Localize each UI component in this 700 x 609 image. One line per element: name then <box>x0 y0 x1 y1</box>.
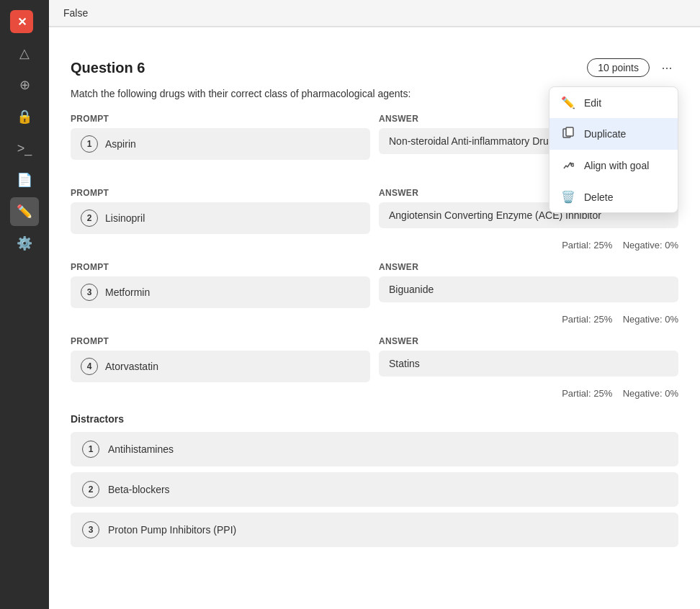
sidebar-icon-code[interactable]: >_ <box>10 134 39 163</box>
partial-4: Partial: 25% <box>562 388 612 399</box>
item-number-2: 2 <box>81 209 98 227</box>
item-number-1: 1 <box>81 135 98 153</box>
question-title: Question 6 <box>71 60 145 76</box>
distractors-title: Distractors <box>71 413 678 425</box>
distractor-text-1: Antihistamines <box>108 443 174 455</box>
prompt-col-4: Prompt 4 Atorvastatin <box>71 336 370 382</box>
partial-row-2: Partial: 25% Negative: 0% <box>71 240 678 251</box>
answer-item-4: Statins <box>379 351 678 376</box>
distractor-number-1: 1 <box>82 441 99 458</box>
edit-label: Edit <box>584 97 601 109</box>
align-goal-label: Align with goal <box>584 160 649 171</box>
sidebar: ≡ △ ⊕ 🔒 >_ 📄 ✏️ ⚙️ <box>0 0 49 609</box>
distractor-text-2: Beta-blockers <box>108 484 170 495</box>
answer-label-3: Answer <box>379 262 678 272</box>
dropdown-align-goal[interactable]: Align with goal <box>549 150 678 181</box>
dropdown-edit[interactable]: ✏️ Edit <box>549 87 678 118</box>
prompt-item-4: 4 Atorvastatin <box>71 351 370 382</box>
distractor-item-2: 2 Beta-blockers <box>71 472 678 507</box>
prompt-item-1: 1 Aspirin <box>71 128 370 160</box>
prompt-item-2: 2 Lisinopril <box>71 202 370 234</box>
match-pair-4: Prompt 4 Atorvastatin Answer Statins <box>71 336 678 382</box>
duplicate-icon <box>561 127 575 141</box>
prompt-text-2: Lisinopril <box>105 212 145 224</box>
sidebar-icon-doc[interactable]: 📄 <box>10 166 39 194</box>
prompt-col-1: Prompt 1 Aspirin <box>71 114 370 160</box>
item-number-3: 3 <box>81 284 98 301</box>
dropdown-duplicate[interactable]: Duplicate <box>549 118 678 150</box>
dropdown-delete[interactable]: 🗑️ Delete <box>549 181 678 212</box>
false-value-bar: False <box>49 0 700 27</box>
distractor-item-3: 3 Proton Pump Inhibitors (PPI) <box>71 513 678 547</box>
prompt-text-4: Atorvastatin <box>105 361 158 372</box>
answer-col-3: Answer Biguanide <box>379 262 678 308</box>
partial-2: Partial: 25% <box>562 240 612 251</box>
negative-2: Negative: 0% <box>623 240 678 251</box>
answer-item-3: Biguanide <box>379 276 678 302</box>
distractor-text-3: Proton Pump Inhibitors (PPI) <box>108 524 236 536</box>
prompt-col-2: Prompt 2 Lisinopril <box>71 188 370 234</box>
sidebar-icon-lock[interactable]: 🔒 <box>10 102 39 131</box>
answer-col-4: Answer Statins <box>379 336 678 382</box>
partial-row-3: Partial: 25% Negative: 0% <box>71 314 678 325</box>
more-options-button[interactable]: ··· <box>655 56 678 79</box>
sidebar-icon-triangle[interactable]: △ <box>10 39 39 68</box>
false-value-text: False <box>63 7 88 19</box>
align-goal-icon <box>561 158 575 173</box>
close-button[interactable]: ✕ <box>10 10 33 33</box>
question-header: Question 6 10 points ··· <box>71 56 678 79</box>
answer-text-3: Biguanide <box>389 284 434 295</box>
item-number-4: 4 <box>81 358 98 375</box>
negative-3: Negative: 0% <box>623 314 678 325</box>
prompt-text-1: Aspirin <box>105 138 136 150</box>
prompt-label-4: Prompt <box>71 336 370 346</box>
duplicate-label: Duplicate <box>584 128 626 140</box>
distractors-section: Distractors 1 Antihistamines 2 Beta-bloc… <box>71 413 678 547</box>
distractor-number-3: 3 <box>82 521 99 538</box>
prompt-label-2: Prompt <box>71 188 370 198</box>
sidebar-icon-search[interactable]: ⊕ <box>10 71 39 99</box>
points-badge: 10 points <box>587 58 650 77</box>
prompt-label-3: Prompt <box>71 262 370 272</box>
partial-3: Partial: 25% <box>562 314 612 325</box>
sidebar-icon-settings[interactable]: ⚙️ <box>10 229 39 258</box>
match-pair-3: Prompt 3 Metformin Answer Biguanide <box>71 262 678 308</box>
prompt-col-3: Prompt 3 Metformin <box>71 262 370 308</box>
negative-4: Negative: 0% <box>623 388 678 399</box>
sidebar-icon-edit[interactable]: ✏️ <box>10 197 39 226</box>
distractor-number-2: 2 <box>82 481 99 498</box>
delete-icon: 🗑️ <box>561 190 575 204</box>
answer-label-4: Answer <box>379 336 678 346</box>
dropdown-menu: ✏️ Edit Duplicate Align with goal 🗑️ <box>549 86 678 213</box>
prompt-item-3: 3 Metformin <box>71 276 370 308</box>
distractor-item-1: 1 Antihistamines <box>71 432 678 466</box>
question-actions: 10 points ··· <box>587 56 678 79</box>
answer-text-4: Statins <box>389 358 420 369</box>
partial-row-4: Partial: 25% Negative: 0% <box>71 388 678 399</box>
delete-label: Delete <box>584 191 613 203</box>
svg-rect-1 <box>566 127 573 136</box>
prompt-label-1: Prompt <box>71 114 370 124</box>
prompt-text-3: Metformin <box>105 287 150 298</box>
edit-icon: ✏️ <box>561 96 575 109</box>
main-content: False Question 6 10 points ··· Match the… <box>49 0 700 609</box>
